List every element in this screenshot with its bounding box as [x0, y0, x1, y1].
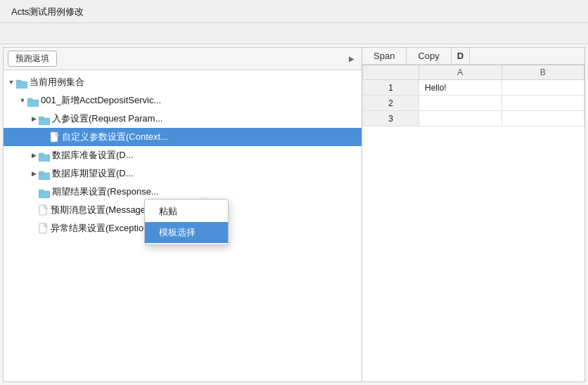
tree-arrow-db-prepare — [29, 150, 39, 160]
tree-item-context[interactable]: 自定义参数设置(Context... — [4, 128, 362, 146]
grid-col-b: B — [501, 65, 584, 80]
tree-arrow-root — [6, 77, 16, 87]
svg-rect-10 — [39, 171, 44, 174]
tree-label-context: 自定义参数设置(Context... — [62, 129, 359, 145]
row-number-1: 1 — [363, 80, 419, 96]
folder-icon-db-expect — [39, 169, 50, 178]
tree-label-root: 当前用例集合 — [30, 74, 359, 90]
svg-rect-8 — [39, 153, 44, 156]
window-title: Acts测试用例修改 — [11, 6, 84, 17]
tree-label-request: 入参设置(Request Param... — [52, 111, 359, 126]
left-panel: 预跑返填 ▶ 当前用例集合 — [4, 48, 362, 381]
grid-corner — [363, 65, 419, 80]
cell-a3[interactable] — [419, 111, 502, 126]
copy-button[interactable]: Copy — [407, 48, 451, 64]
main-content: 预跑返填 ▶ 当前用例集合 — [3, 47, 585, 382]
toolbar-area — [0, 23, 588, 44]
more-button[interactable]: D — [452, 48, 470, 64]
row-number-3: 3 — [363, 111, 419, 126]
file-icon-message — [39, 204, 49, 216]
grid-table: A B 1 Hello! 2 — [362, 65, 584, 126]
span-button[interactable]: Span — [362, 48, 407, 64]
tree-label-response: 期望结果设置(Response... — [52, 184, 359, 200]
tree-arrow-case001 — [18, 96, 27, 105]
tree-label-db-prepare: 数据库准备设置(D... — [52, 148, 359, 163]
folder-icon-request — [39, 115, 50, 124]
tree-item-db-expect[interactable]: 数据库期望设置(D... — [4, 164, 362, 183]
svg-rect-5 — [39, 117, 44, 119]
cell-b3[interactable] — [501, 111, 584, 126]
grid-col-a: A — [419, 65, 502, 80]
folder-icon-response — [39, 188, 50, 197]
tree-label-case001: 001_新增AcctDepositServic... — [41, 93, 359, 108]
tree-arrow-request — [29, 114, 39, 124]
tree-item-case001[interactable]: 001_新增AcctDepositServic... — [4, 91, 362, 110]
svg-rect-1 — [16, 80, 21, 83]
table-row: 2 — [363, 96, 584, 111]
table-row: 1 Hello! — [363, 80, 584, 96]
left-toolbar: 预跑返填 ▶ — [4, 48, 362, 70]
prerun-button[interactable]: 预跑返填 — [8, 51, 57, 67]
tree-arrow-db-expect — [29, 169, 39, 178]
tree-item-root[interactable]: 当前用例集合 — [4, 73, 362, 91]
folder-icon-root — [16, 78, 27, 87]
tree-item-request[interactable]: 入参设置(Request Param... — [4, 110, 362, 128]
cell-a1[interactable]: Hello! — [419, 80, 502, 96]
scroll-right-arrow[interactable]: ▶ — [346, 53, 357, 65]
tree-item-db-prepare[interactable]: 数据库准备设置(D... — [4, 146, 362, 164]
folder-icon-db-prepare — [39, 151, 50, 160]
cell-b2[interactable] — [501, 96, 584, 111]
title-bar: Acts测试用例修改 — [0, 0, 588, 23]
context-menu: 粘贴 模板选择 — [144, 199, 229, 245]
table-row: 3 — [363, 111, 584, 126]
context-menu-template[interactable]: 模板选择 — [145, 222, 228, 243]
file-icon-exception — [39, 223, 49, 234]
tree-label-db-expect: 数据库期望设置(D... — [52, 166, 359, 181]
svg-rect-12 — [39, 190, 44, 192]
sheet-toolbar: Span Copy D — [362, 48, 584, 65]
cell-b1[interactable] — [501, 80, 584, 96]
cell-a2[interactable] — [419, 96, 502, 111]
row-number-2: 2 — [363, 96, 419, 111]
main-window: Acts测试用例修改 预跑返填 ▶ — [0, 0, 588, 385]
sheet-grid[interactable]: A B 1 Hello! 2 — [362, 65, 584, 381]
context-menu-paste[interactable]: 粘贴 — [145, 201, 228, 222]
svg-rect-3 — [27, 98, 32, 101]
folder-icon-case001 — [27, 96, 39, 105]
right-panel: Span Copy D A B 1 — [362, 48, 584, 381]
file-icon-context — [50, 131, 60, 143]
